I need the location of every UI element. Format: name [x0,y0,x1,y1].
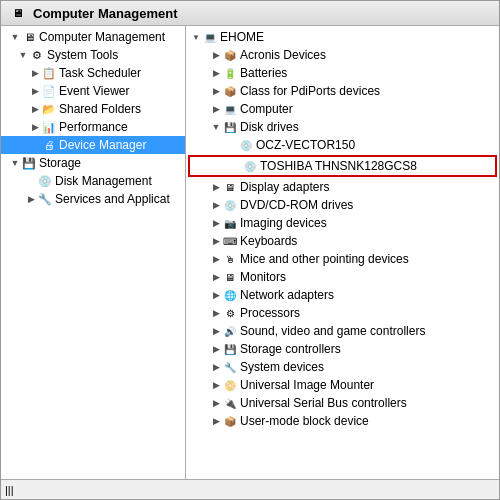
user-mode-label: User-mode block device [240,414,369,428]
tree-item-event-viewer[interactable]: ▶ 📄 Event Viewer [1,82,185,100]
display-icon: 🖥 [222,179,238,195]
expand-arrow: ▶ [29,122,41,132]
right-tree-user-mode[interactable]: ▶ 📦 User-mode block device [186,412,499,430]
right-tree-sound[interactable]: ▶ 🔊 Sound, video and game controllers [186,322,499,340]
tree-item-disk-management[interactable]: 💿 Disk Management [1,172,185,190]
expand-arrow: ▶ [210,182,222,192]
expand-arrow: ▶ [210,68,222,78]
right-tree-usb[interactable]: ▶ 🔌 Universal Serial Bus controllers [186,394,499,412]
expand-arrow: ▶ [210,308,222,318]
ocz-icon: 💿 [238,137,254,153]
expand-arrow: ▶ [210,50,222,60]
task-scheduler-icon: 📋 [41,65,57,81]
system-dev-icon: 🔧 [222,359,238,375]
classpdi-icon: 📦 [222,83,238,99]
usb-icon: 🔌 [222,395,238,411]
tree-item-storage[interactable]: ▼ 💾 Storage [1,154,185,172]
right-tree-mice[interactable]: ▶ 🖱 Mice and other pointing devices [186,250,499,268]
right-tree-imaging[interactable]: ▶ 📷 Imaging devices [186,214,499,232]
computer-label: Computer [240,102,293,116]
expand-arrow: ▶ [210,272,222,282]
storage-ctrl-icon: 💾 [222,341,238,357]
window-title: Computer Management [33,6,177,21]
tree-item-device-manager[interactable]: 🖨 Device Manager [1,136,185,154]
right-tree-network[interactable]: ▶ 🌐 Network adapters [186,286,499,304]
ocz-label: OCZ-VECTOR150 [256,138,355,152]
system-tools-label: System Tools [47,48,118,62]
dvd-label: DVD/CD-ROM drives [240,198,353,212]
expand-arrow: ▼ [210,122,222,132]
expand-arrow: ▶ [210,362,222,372]
right-tree-root[interactable]: ▼ 💻 EHOME [186,28,499,46]
computer-mgmt-label: Computer Management [39,30,165,44]
expand-arrow [230,161,242,171]
expand-arrow: ▼ [9,158,21,168]
classpdi-label: Class for PdiPorts devices [240,84,380,98]
mice-label: Mice and other pointing devices [240,252,409,266]
right-panel[interactable]: ▼ 💻 EHOME ▶ 📦 Acronis Devices ▶ 🔋 Batter… [186,26,499,479]
scroll-icon: ||| [5,484,14,496]
right-tree-batteries[interactable]: ▶ 🔋 Batteries [186,64,499,82]
computer-icon: 💻 [222,101,238,117]
right-tree-processors[interactable]: ▶ ⚙ Processors [186,304,499,322]
storage-ctrl-label: Storage controllers [240,342,341,356]
root-label: EHOME [220,30,264,44]
sound-label: Sound, video and game controllers [240,324,425,338]
right-tree-toshiba[interactable]: 💿 TOSHIBA THNSNK128GCS8 [188,155,497,177]
right-tree-dvd[interactable]: ▶ 💿 DVD/CD-ROM drives [186,196,499,214]
usb-label: Universal Serial Bus controllers [240,396,407,410]
acronis-icon: 📦 [222,47,238,63]
expand-arrow: ▶ [210,416,222,426]
device-manager-icon: 🖨 [41,137,57,153]
tree-item-system-tools[interactable]: ▼ ⚙ System Tools [1,46,185,64]
processors-label: Processors [240,306,300,320]
tree-item-computer-mgmt[interactable]: ▼ 🖥 Computer Management [1,28,185,46]
mice-icon: 🖱 [222,251,238,267]
tree-item-performance[interactable]: ▶ 📊 Performance [1,118,185,136]
services-icon: 🔧 [37,191,53,207]
expand-arrow: ▶ [210,86,222,96]
right-tree-system-dev[interactable]: ▶ 🔧 System devices [186,358,499,376]
storage-icon: 💾 [21,155,37,171]
right-tree-universal-img[interactable]: ▶ 📀 Universal Image Mounter [186,376,499,394]
processors-icon: ⚙ [222,305,238,321]
expand-arrow: ▶ [210,104,222,114]
keyboards-label: Keyboards [240,234,297,248]
right-tree-ocz[interactable]: 💿 OCZ-VECTOR150 [186,136,499,154]
storage-label: Storage [39,156,81,170]
right-tree-storage-ctrl[interactable]: ▶ 💾 Storage controllers [186,340,499,358]
expand-arrow: ▼ [17,50,29,60]
tree-item-services[interactable]: ▶ 🔧 Services and Applicat [1,190,185,208]
expand-arrow: ▶ [210,380,222,390]
right-tree-keyboards[interactable]: ▶ ⌨ Keyboards [186,232,499,250]
event-viewer-icon: 📄 [41,83,57,99]
monitors-label: Monitors [240,270,286,284]
computer-mgmt-icon: 🖥 [21,29,37,45]
user-mode-icon: 📦 [222,413,238,429]
expand-arrow: ▶ [210,236,222,246]
tree-item-task-scheduler[interactable]: ▶ 📋 Task Scheduler [1,64,185,82]
imaging-label: Imaging devices [240,216,327,230]
shared-folders-label: Shared Folders [59,102,141,116]
right-tree-acronis[interactable]: ▶ 📦 Acronis Devices [186,46,499,64]
left-panel[interactable]: ▼ 🖥 Computer Management ▼ ⚙ System Tools… [1,26,186,479]
expand-arrow: ▶ [210,218,222,228]
right-tree-computer[interactable]: ▶ 💻 Computer [186,100,499,118]
title-bar: 🖥 Computer Management [1,1,499,26]
status-bar: ||| [1,479,499,499]
right-tree-disk-drives[interactable]: ▼ 💾 Disk drives [186,118,499,136]
performance-label: Performance [59,120,128,134]
disk-drives-icon: 💾 [222,119,238,135]
right-tree-display[interactable]: ▶ 🖥 Display adapters [186,178,499,196]
batteries-label: Batteries [240,66,287,80]
expand-arrow: ▶ [29,68,41,78]
expand-arrow [29,140,41,150]
network-label: Network adapters [240,288,334,302]
monitors-icon: 🖥 [222,269,238,285]
disk-drives-label: Disk drives [240,120,299,134]
right-tree-monitors[interactable]: ▶ 🖥 Monitors [186,268,499,286]
tree-item-shared-folders[interactable]: ▶ 📂 Shared Folders [1,100,185,118]
expand-arrow [25,176,37,186]
computer-management-window: 🖥 Computer Management ▼ 🖥 Computer Manag… [0,0,500,500]
right-tree-classpdi[interactable]: ▶ 📦 Class for PdiPorts devices [186,82,499,100]
